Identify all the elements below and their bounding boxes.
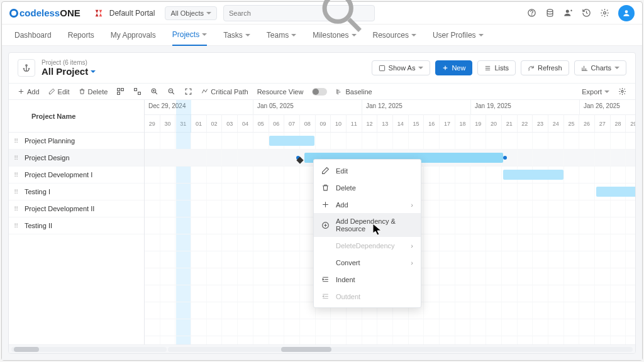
svg-point-6: [625, 10, 628, 13]
menu-item[interactable]: Delete: [314, 179, 421, 196]
nav-userprofiles[interactable]: User Profiles: [433, 25, 484, 46]
day-header: 03: [222, 114, 238, 132]
day-header: 06: [269, 114, 285, 132]
showas-button[interactable]: Show As: [372, 60, 431, 75]
object-selector[interactable]: All Objects: [165, 6, 217, 20]
day-header: 16: [424, 114, 440, 132]
page-header: Project (6 items) All Project Show As Ne…: [9, 53, 635, 83]
delete-button[interactable]: Delete: [79, 88, 108, 96]
day-header: 26: [579, 114, 595, 132]
menu-item[interactable]: Edit: [314, 162, 421, 179]
day-header: 25: [564, 114, 580, 132]
task-bar-planning[interactable]: [269, 136, 314, 146]
table-row[interactable]: ⠿Project Development I: [9, 167, 144, 184]
new-button[interactable]: New: [435, 60, 472, 75]
gear-icon[interactable]: [600, 8, 609, 18]
nav-projects[interactable]: Projects: [172, 25, 207, 46]
search-input[interactable]: [229, 9, 316, 17]
gantt-table: Project Name ⠿Project Planning⠿Project D…: [9, 100, 145, 344]
menu-item[interactable]: Convert›: [314, 254, 421, 271]
history-icon[interactable]: [582, 8, 591, 18]
plus-icon: [321, 200, 330, 209]
svg-point-2: [531, 14, 532, 15]
edit-button[interactable]: Edit: [48, 88, 70, 96]
table-row[interactable]: ⠿Project Design: [9, 150, 144, 167]
nav-milestones[interactable]: Milestones: [313, 25, 356, 46]
drag-grip-icon[interactable]: ⠿: [14, 222, 17, 229]
day-header: 01: [191, 114, 207, 132]
hscroll[interactable]: [9, 344, 635, 353]
task-bar-dev1[interactable]: [503, 170, 564, 180]
column-header: Project Name: [9, 100, 144, 133]
table-row[interactable]: ⠿Project Development II: [9, 200, 144, 217]
export-button[interactable]: Export: [582, 88, 609, 96]
nav-resources[interactable]: Resources: [373, 25, 416, 46]
day-header: 05: [253, 114, 269, 132]
context-menu: EditDeleteAdd›Add Dependency & ResourceD…: [313, 159, 421, 308]
lists-button[interactable]: Lists: [477, 60, 516, 75]
day-header: 10: [331, 114, 347, 132]
menu-item[interactable]: Add›: [314, 196, 421, 213]
nav-tasks[interactable]: Tasks: [223, 25, 250, 46]
help-icon[interactable]: [527, 8, 536, 18]
nav-reports[interactable]: Reports: [68, 25, 94, 46]
drag-grip-icon[interactable]: ⠿: [14, 172, 17, 178]
collapse-icon[interactable]: [116, 87, 125, 96]
brand-text2: ONE: [60, 8, 80, 18]
portal-selector[interactable]: Default Portal: [109, 9, 155, 18]
menu-item[interactable]: Add Dependency & Resource: [314, 213, 421, 237]
hscroll-thumb-left[interactable]: [14, 347, 39, 352]
user-avatar[interactable]: [618, 5, 635, 21]
drag-grip-icon[interactable]: ⠿: [14, 138, 17, 145]
menu-item[interactable]: Indent: [314, 271, 421, 288]
svg-rect-8: [379, 65, 384, 70]
fit-icon[interactable]: [184, 87, 192, 96]
day-header: 14: [393, 114, 409, 132]
nav-approvals[interactable]: My Approvals: [111, 25, 156, 46]
week-header: Jan 26, 2025: [580, 100, 635, 114]
nav-dashboard[interactable]: Dashboard: [14, 25, 52, 46]
day-header: 29: [145, 114, 160, 132]
expand-icon[interactable]: [133, 87, 142, 96]
nav-teams[interactable]: Teams: [267, 25, 296, 46]
day-header: 13: [377, 114, 393, 132]
day-header: 20: [486, 114, 502, 132]
zoom-in-icon[interactable]: [150, 87, 158, 96]
zoom-out-icon[interactable]: [167, 87, 175, 96]
refresh-button[interactable]: Refresh: [521, 60, 569, 75]
resource-view-toggle[interactable]: Resource View: [257, 88, 304, 96]
page-crumb: Project (6 items): [42, 59, 96, 66]
settings-icon[interactable]: [618, 87, 626, 96]
toolbar: Add Edit Delete Critical Path Resource V…: [9, 83, 635, 100]
table-row[interactable]: ⠿Testing II: [9, 217, 144, 234]
charts-button[interactable]: Charts: [574, 60, 626, 75]
drag-grip-icon[interactable]: ⠿: [14, 189, 17, 195]
resource-toggle-switch[interactable]: [312, 88, 327, 96]
day-header: 15: [409, 114, 425, 132]
drag-grip-icon[interactable]: ⠿: [14, 206, 17, 212]
project-name: Testing I: [25, 188, 50, 195]
week-header: Jan 05, 2025: [253, 100, 362, 114]
table-row[interactable]: ⠿Project Planning: [9, 133, 144, 150]
baseline-button[interactable]: Baseline: [336, 88, 372, 96]
pencil-icon: [321, 167, 330, 175]
gantt-row[interactable]: [145, 133, 635, 150]
table-row[interactable]: ⠿Testing I: [9, 184, 144, 200]
data-icon[interactable]: [545, 8, 555, 18]
day-header: 29: [626, 114, 635, 132]
bar-handle[interactable]: [503, 156, 507, 160]
critical-path-button[interactable]: Critical Path: [201, 88, 248, 96]
hscroll-thumb-right[interactable]: [281, 347, 331, 352]
drag-grip-icon[interactable]: ⠿: [14, 155, 17, 162]
svg-point-4: [566, 10, 569, 13]
day-header: 23: [533, 114, 548, 132]
project-name: Testing II: [25, 222, 52, 229]
add-button[interactable]: Add: [18, 88, 40, 96]
svg-rect-11: [118, 92, 120, 95]
page-title[interactable]: All Project: [42, 66, 96, 77]
anchor-icon[interactable]: [18, 59, 35, 77]
search-box[interactable]: [223, 5, 375, 21]
task-bar-test1[interactable]: [596, 187, 635, 197]
day-header: 28: [611, 114, 626, 132]
user-add-icon[interactable]: [564, 8, 573, 18]
